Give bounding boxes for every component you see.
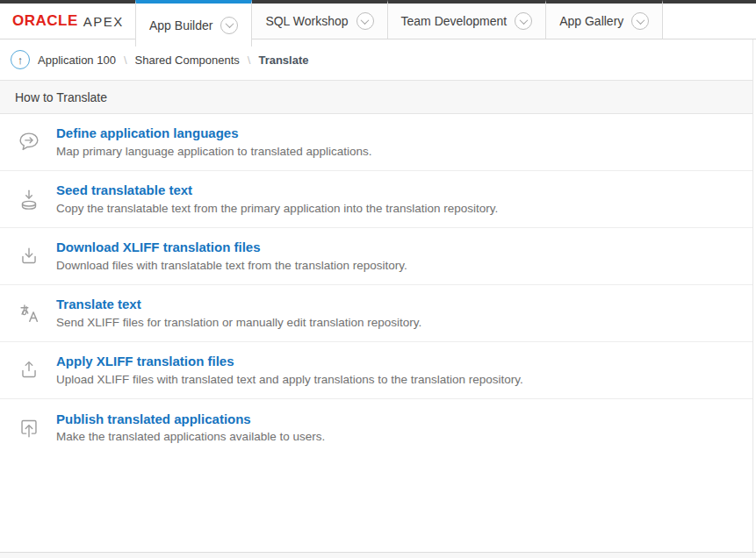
task-list: Define application languages Map primary… <box>0 114 752 456</box>
task-text: Publish translated applications Make the… <box>56 411 325 445</box>
tab-label: SQL Workshop <box>265 14 348 28</box>
task-text: Seed translatable text Copy the translat… <box>56 182 498 216</box>
task-title-link[interactable]: Download XLIFF translation files <box>56 240 407 256</box>
breadcrumb-item: \ Shared Components <box>116 54 240 67</box>
apex-logo-text: APEX <box>83 14 124 29</box>
task-title-link[interactable]: Translate text <box>56 297 421 313</box>
apex-window: ORACLE APEX App Builder SQL Workshop Tea… <box>0 0 756 558</box>
task-title-link[interactable]: Define application languages <box>56 125 371 142</box>
speech-bubble-arrow-icon <box>15 128 43 156</box>
task-row: Translate text Send XLIFF files for tran… <box>0 285 752 342</box>
breadcrumb-separator: \ <box>248 54 251 67</box>
task-row: Apply XLIFF translation files Upload XLI… <box>0 342 752 399</box>
oracle-apex-logo[interactable]: ORACLE APEX <box>0 0 136 39</box>
top-tabs: App Builder SQL Workshop Team Developmen… <box>136 0 663 46</box>
top-navigation-bar: ORACLE APEX App Builder SQL Workshop Tea… <box>0 0 756 39</box>
chevron-down-icon[interactable] <box>631 12 649 30</box>
breadcrumb-link[interactable]: Translate <box>258 54 308 67</box>
task-description: Download files with translatable text fr… <box>56 259 407 273</box>
chevron-glyph <box>636 16 644 25</box>
top-tab[interactable]: App Gallery <box>546 0 663 39</box>
task-description: Make the translated applications availab… <box>56 430 325 444</box>
seed-database-icon <box>15 185 43 213</box>
breadcrumb-item: \ Translate <box>240 54 309 67</box>
main-content: ↑ Application 100 \ Shared Components \ <box>0 39 753 552</box>
upload-tray-icon <box>15 356 43 384</box>
tab-label: App Gallery <box>559 14 623 28</box>
tab-label: Team Development <box>401 14 508 28</box>
translate-characters-icon <box>15 299 43 327</box>
header-spacer <box>663 0 756 39</box>
task-row: Define application languages Map primary… <box>0 114 752 171</box>
breadcrumb-link[interactable]: Shared Components <box>135 54 240 67</box>
region-header: How to Translate <box>0 80 752 114</box>
breadcrumb-separator: \ <box>124 54 127 67</box>
task-description: Copy the translatable text from the prim… <box>56 202 498 216</box>
task-description: Map primary language application to tran… <box>56 145 371 159</box>
chevron-down-icon[interactable] <box>515 12 532 30</box>
task-description: Send XLIFF files for translation or manu… <box>56 316 421 330</box>
top-tab[interactable]: App Builder <box>135 0 252 46</box>
publish-box-icon <box>15 414 43 442</box>
task-text: Translate text Send XLIFF files for tran… <box>56 297 421 330</box>
region-title: How to Translate <box>15 90 107 104</box>
task-row: Download XLIFF translation files Downloa… <box>0 228 752 285</box>
chevron-down-icon[interactable] <box>356 12 374 30</box>
task-title-link[interactable]: Apply XLIFF translation files <box>56 354 523 370</box>
download-tray-icon <box>15 242 43 270</box>
task-title-link[interactable]: Seed translatable text <box>56 182 498 199</box>
breadcrumb-link[interactable]: Application 100 <box>38 54 116 67</box>
top-tab[interactable]: SQL Workshop <box>252 0 387 39</box>
oracle-logo-text: ORACLE <box>12 12 78 30</box>
chevron-down-icon[interactable] <box>220 17 238 34</box>
up-arrow-icon[interactable]: ↑ <box>11 50 30 69</box>
top-tab[interactable]: Team Development <box>388 0 547 39</box>
chevron-glyph <box>225 19 234 28</box>
task-description: Upload XLIFF files with translated text … <box>56 373 523 387</box>
task-row: Seed translatable text Copy the translat… <box>0 171 752 228</box>
task-title-link[interactable]: Publish translated applications <box>56 411 325 428</box>
task-text: Define application languages Map primary… <box>56 125 371 159</box>
footer-bar <box>0 552 756 558</box>
tab-label: App Builder <box>149 18 212 32</box>
task-text: Download XLIFF translation files Downloa… <box>56 240 407 273</box>
breadcrumb-items: Application 100 \ Shared Components \ Tr… <box>38 54 309 67</box>
task-text: Apply XLIFF translation files Upload XLI… <box>56 354 523 387</box>
breadcrumb-item: Application 100 <box>38 54 116 67</box>
task-row: Publish translated applications Make the… <box>0 399 752 456</box>
chevron-glyph <box>361 16 370 25</box>
chevron-glyph <box>519 16 528 25</box>
